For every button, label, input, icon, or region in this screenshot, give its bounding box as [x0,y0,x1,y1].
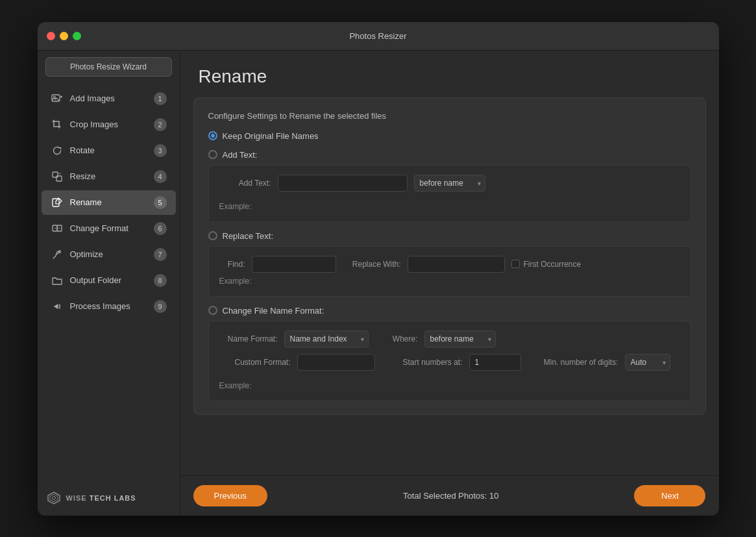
sidebar-item-add-images[interactable]: Add Images 1 [42,86,176,111]
titlebar-title: Photos Resizer [349,31,406,41]
custom-format-row: Custom Format: Start numbers at: Min. nu… [219,354,680,371]
process-images-icon [51,300,64,313]
name-format-row: Name Format: Name and Index Index Only N… [219,331,680,347]
custom-format-label: Custom Format: [219,358,291,367]
sidebar-item-optimize[interactable]: Optimize 7 [42,242,176,267]
rename-icon [51,196,64,209]
optimize-icon [51,248,64,261]
svg-point-13 [52,496,55,499]
close-button[interactable] [47,32,55,40]
min-digits-select[interactable]: Auto 1 2 3 4 [625,354,670,371]
change-format-radio[interactable] [208,306,217,315]
name-format-select[interactable]: Name and Index Index Only Name Only Cust… [284,331,369,347]
replace-text-example-row: Example: [219,273,680,287]
sidebar-item-add-images-label: Add Images [70,94,147,103]
name-format-label: Name Format: [219,334,278,343]
replace-with-input[interactable] [408,256,505,273]
page-header: Rename [180,51,719,97]
add-text-panel: Add Text: before name after name [208,165,691,222]
replace-text-label: Replace Text: [223,231,274,241]
sidebar-item-process-images-label: Process Images [70,301,147,311]
start-numbers-input[interactable] [469,354,521,371]
keep-original-radio-row[interactable]: Keep Original File Names [208,131,691,141]
svg-rect-5 [56,176,62,181]
change-format-icon [51,222,64,235]
change-format-label: Change File Name Format: [223,306,324,316]
main-panel: Rename Configure Settings to Rename the … [180,51,719,516]
sidebar-item-change-format-label: Change Format [70,223,147,233]
find-label: Find: [219,260,245,269]
sidebar-item-resize[interactable]: Resize 4 [42,164,176,189]
app-window: Photos Resizer Photos Resize Wizard Add … [38,22,719,516]
sidebar-item-change-format[interactable]: Change Format 6 [42,216,176,241]
sidebar-item-optimize-badge: 7 [154,248,167,261]
replace-with-label: Replace With: [343,260,401,269]
page-footer: Previous Total Selected Photos: 10 Next [180,475,719,516]
where-label: Where: [385,334,418,343]
sidebar-item-output-folder-badge: 8 [154,274,167,287]
replace-text-radio-row[interactable]: Replace Text: [208,231,691,241]
sidebar-item-process-images-badge: 9 [154,300,167,313]
maximize-button[interactable] [73,32,81,40]
min-digits-label: Min. number of digits: [534,358,618,367]
replace-text-radio[interactable] [208,231,217,240]
keep-original-radio[interactable] [208,131,217,140]
sidebar-item-rename[interactable]: Rename 5 [42,190,176,215]
settings-panel: Configure Settings to Rename the selecte… [193,97,706,415]
total-photos-label: Total Selected Photos: 10 [403,491,498,501]
sidebar-item-process-images[interactable]: Process Images 9 [42,294,176,319]
replace-text-example-label: Example: [219,277,252,286]
replace-text-panel: Find: Replace With: First Occurrence [208,246,691,297]
change-format-radio-row[interactable]: Change File Name Format: [208,306,691,316]
sidebar-item-crop-images[interactable]: Crop Images 2 [42,112,176,137]
add-text-radio[interactable] [208,150,217,159]
add-text-position-wrapper: before name after name [414,175,485,192]
change-format-example-row: Example: [219,377,680,392]
brand-name: WISE TECH LABS [66,494,136,502]
where-wrapper: before name after name [424,331,496,347]
add-text-example-row: Example: [219,198,680,212]
where-select[interactable]: before name after name [424,331,496,347]
brand-logo [47,491,61,505]
svg-rect-4 [53,172,58,177]
minimize-button[interactable] [60,32,68,40]
output-folder-icon [51,274,64,287]
keep-original-label: Keep Original File Names [223,131,319,141]
min-digits-wrapper: Auto 1 2 3 4 [625,354,670,371]
page-title: Rename [199,66,701,87]
name-format-wrapper: Name and Index Index Only Name Only Cust… [284,331,369,347]
sidebar-item-change-format-badge: 6 [154,222,167,235]
add-text-input[interactable] [278,175,408,192]
sidebar-item-crop-images-badge: 2 [154,118,167,131]
add-text-label: Add Text: [223,150,258,160]
add-text-position-select[interactable]: before name after name [414,175,485,192]
svg-point-10 [58,251,60,253]
add-text-field-label: Add Text: [219,179,271,188]
main-content: Photos Resize Wizard Add Images 1 [38,51,719,516]
sidebar-item-rotate-label: Rotate [70,145,147,155]
sidebar-item-rotate-badge: 3 [154,144,167,157]
add-text-form-row: Add Text: before name after name [219,175,680,192]
find-input[interactable] [252,256,336,273]
sidebar-item-output-folder[interactable]: Output Folder 8 [42,268,176,293]
add-text-radio-row[interactable]: Add Text: [208,150,691,160]
wizard-button[interactable]: Photos Resize Wizard [45,57,172,77]
previous-button[interactable]: Previous [193,485,268,506]
add-text-example-label: Example: [219,202,252,211]
custom-format-input[interactable] [297,354,375,371]
add-images-icon [51,92,64,105]
resize-icon [51,170,64,183]
brand-footer: WISE TECH LABS [38,481,180,516]
first-occurrence-label: First Occurrence [524,260,581,269]
sidebar-item-optimize-label: Optimize [70,249,147,259]
settings-title: Configure Settings to Rename the selecte… [208,111,691,121]
change-format-example-label: Example: [219,381,252,390]
next-button[interactable]: Next [634,485,705,506]
sidebar: Photos Resize Wizard Add Images 1 [38,51,180,516]
first-occurrence-row: First Occurrence [511,260,581,269]
first-occurrence-checkbox[interactable] [511,260,520,268]
sidebar-item-rotate[interactable]: Rotate 3 [42,138,176,163]
page-body: Configure Settings to Rename the selecte… [180,97,719,475]
sidebar-item-resize-label: Resize [70,171,147,181]
sidebar-item-add-images-badge: 1 [154,92,167,105]
